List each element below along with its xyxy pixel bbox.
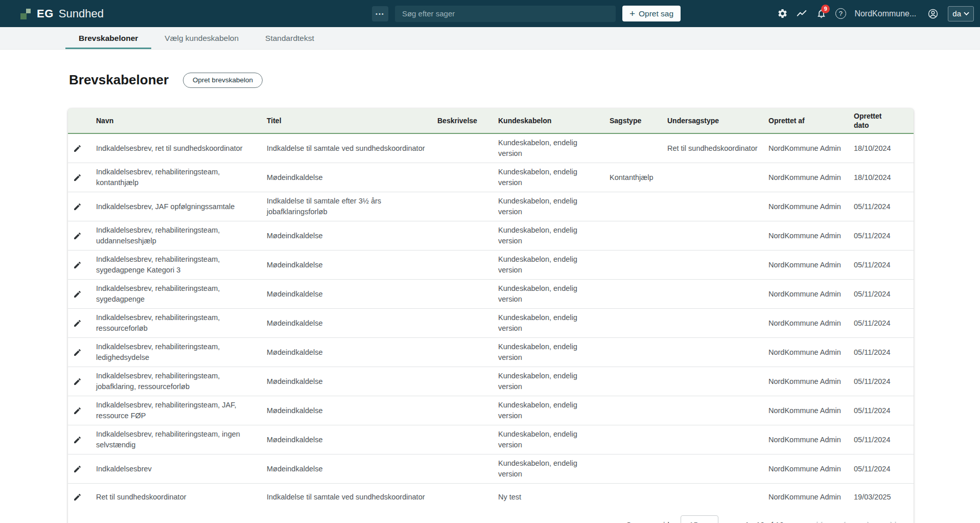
cell-oprettet-af: NordKommune Admin	[768, 309, 854, 337]
activity-button[interactable]	[792, 4, 811, 24]
cell-navn: Indkaldelsesbrev, JAF opfølgningssamtale	[96, 192, 267, 221]
cell-beskrivelse	[437, 134, 498, 163]
cell-oprettet-af: NordKommune Admin	[768, 163, 854, 192]
table-row: Ret til sundhedskoordinator Indkaldelse …	[68, 484, 914, 510]
pencil-icon	[73, 173, 82, 182]
cell-undersagstype	[667, 367, 768, 396]
notification-badge: 9	[821, 5, 830, 13]
notifications-button[interactable]: 9	[811, 4, 831, 24]
cell-sagstype	[610, 309, 667, 337]
language-selector[interactable]: da	[948, 6, 974, 21]
edit-row-button[interactable]	[68, 367, 96, 396]
create-case-label: Opret sag	[639, 9, 673, 18]
cell-oprettet-dato: 05/11/2024	[854, 280, 914, 308]
brand-product: Sundhed	[59, 7, 104, 20]
edit-row-button[interactable]	[68, 309, 96, 337]
last-page-button[interactable]	[887, 518, 899, 523]
cell-navn: Indkaldelsesbrev, rehabiliteringsteam, u…	[96, 221, 267, 250]
table-header-row: Navn Titel Beskrivelse Kundeskabelon Sag…	[68, 108, 914, 134]
tab-standardtekst[interactable]: Standardtekst	[252, 27, 328, 49]
next-page-button[interactable]	[862, 518, 875, 523]
cell-oprettet-dato: 05/11/2024	[854, 309, 914, 337]
pencil-icon	[73, 377, 82, 386]
gear-icon	[777, 8, 788, 19]
cell-titel: Mødeindkaldelse	[267, 309, 437, 337]
per-page-value: 15	[689, 520, 698, 523]
cell-beskrivelse	[437, 280, 498, 308]
create-case-button[interactable]: + Opret sag	[622, 6, 681, 21]
cell-titel: Mødeindkaldelse	[267, 367, 437, 396]
cell-beskrivelse	[437, 309, 498, 337]
pencil-icon	[73, 232, 82, 240]
top-app-bar: EG Sundhed ••• + Opret sag 9 ? Nor	[0, 0, 980, 27]
column-header-navn: Navn	[96, 108, 267, 133]
edit-row-button[interactable]	[68, 338, 96, 367]
edit-row-button[interactable]	[68, 192, 96, 221]
tab-vaelg-kundeskabelon[interactable]: Vælg kundeskabelon	[151, 27, 252, 49]
create-template-button[interactable]: Opret brevskabelon	[183, 73, 263, 88]
cell-titel: Mødeindkaldelse	[267, 396, 437, 425]
column-header-sagstype: Sagstype	[610, 108, 667, 133]
cell-undersagstype	[667, 396, 768, 425]
table-row: Indkaldelsesbrev, rehabiliteringsteam, k…	[68, 163, 914, 192]
chevron-right-icon	[863, 519, 874, 523]
first-page-icon	[814, 519, 825, 523]
first-page-button[interactable]	[813, 518, 826, 523]
cell-oprettet-af: NordKommune Admin	[768, 192, 854, 221]
per-page-select[interactable]: 15	[681, 515, 718, 523]
settings-button[interactable]	[773, 4, 792, 24]
cell-undersagstype	[667, 454, 768, 483]
table-row: Indkaldelsesbrev, rehabiliteringsteam, j…	[68, 367, 914, 396]
account-button[interactable]	[923, 4, 943, 24]
edit-row-button[interactable]	[68, 396, 96, 425]
more-options-button[interactable]: •••	[372, 6, 388, 21]
eg-logo-icon	[20, 8, 32, 19]
language-value: da	[952, 9, 961, 18]
cell-titel: Indkaldelse til samtale efter 3½ års job…	[267, 192, 437, 221]
cell-sagstype	[610, 338, 667, 367]
help-button[interactable]: ?	[831, 4, 850, 24]
user-icon	[927, 8, 939, 19]
cell-navn: Indkaldelsesbrev, rehabiliteringsteam, J…	[96, 396, 267, 425]
ellipsis-icon: •••	[376, 11, 385, 17]
edit-row-button[interactable]	[68, 163, 96, 192]
app-logo[interactable]: EG Sundhed	[20, 7, 104, 20]
edit-row-button[interactable]	[68, 280, 96, 308]
column-header-kundeskabelon: Kundeskabelon	[498, 108, 610, 133]
cell-oprettet-dato: 05/11/2024	[854, 425, 914, 454]
cell-undersagstype	[667, 221, 768, 250]
search-input[interactable]	[395, 9, 616, 18]
edit-row-button[interactable]	[68, 134, 96, 163]
edit-row-button[interactable]	[68, 484, 96, 510]
table-row: Indkaldelsesbrev, rehabiliteringsteam, s…	[68, 251, 914, 280]
templates-table: Navn Titel Beskrivelse Kundeskabelon Sag…	[68, 108, 914, 523]
cell-kundeskabelon: Kundeskabelon, endelig version	[498, 192, 610, 221]
cell-sagstype	[610, 367, 667, 396]
tab-brevskabeloner[interactable]: Brevskabeloner	[65, 27, 151, 49]
edit-row-button[interactable]	[68, 425, 96, 454]
table-row: Indkaldelsesbrev, ret til sundhedskoordi…	[68, 134, 914, 163]
organization-name[interactable]: NordKommune...	[854, 9, 916, 18]
edit-row-button[interactable]	[68, 454, 96, 483]
cell-navn: Indkaldelsesbrev, rehabiliteringsteam, s…	[96, 280, 267, 308]
cell-undersagstype	[667, 163, 768, 192]
edit-row-button[interactable]	[68, 251, 96, 279]
cell-oprettet-dato: 05/11/2024	[854, 367, 914, 396]
cell-beskrivelse	[437, 367, 498, 396]
cell-oprettet-af: NordKommune Admin	[768, 221, 854, 250]
cell-kundeskabelon: Kundeskabelon, endelig version	[498, 134, 610, 163]
case-search	[395, 6, 616, 22]
cell-navn: Indkaldelsesbrev, rehabiliteringsteam, r…	[96, 309, 267, 337]
cell-titel: Mødeindkaldelse	[267, 221, 437, 250]
pencil-icon	[73, 465, 82, 473]
table-body: Indkaldelsesbrev, ret til sundhedskoordi…	[68, 134, 914, 510]
edit-row-button[interactable]	[68, 221, 96, 250]
cell-kundeskabelon: Kundeskabelon, endelig version	[498, 454, 610, 483]
cell-beskrivelse	[437, 338, 498, 367]
cell-oprettet-af: NordKommune Admin	[768, 251, 854, 279]
previous-page-button[interactable]	[838, 518, 850, 523]
cell-kundeskabelon: Kundeskabelon, endelig version	[498, 367, 610, 396]
cell-oprettet-dato: 05/11/2024	[854, 192, 914, 221]
cell-oprettet-af: NordKommune Admin	[768, 338, 854, 367]
table-row: Indkaldelsesbrev, rehabiliteringsteam, u…	[68, 221, 914, 251]
